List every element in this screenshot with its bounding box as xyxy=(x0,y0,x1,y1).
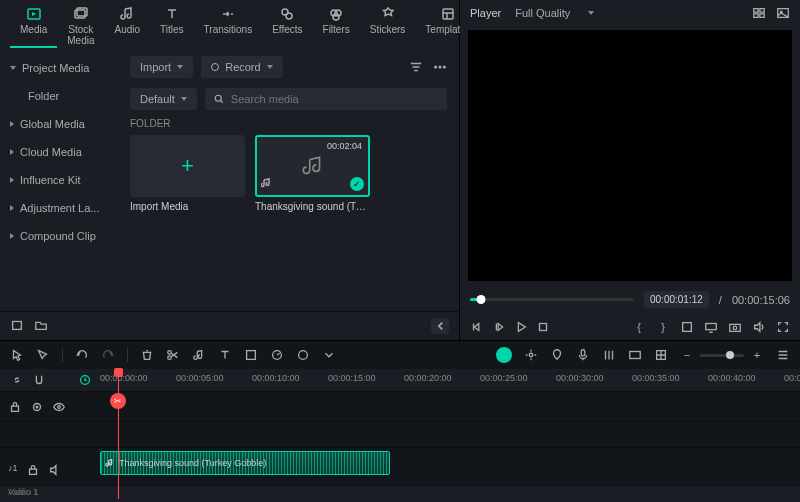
color-icon[interactable] xyxy=(296,348,310,362)
fullscreen-icon[interactable] xyxy=(776,320,790,334)
mute-icon[interactable] xyxy=(48,463,62,477)
magnet-icon[interactable] xyxy=(32,373,46,387)
lock-icon[interactable] xyxy=(8,400,22,414)
auto-ripple-icon[interactable] xyxy=(78,373,92,387)
prev-frame-icon[interactable] xyxy=(470,320,484,334)
svg-point-24 xyxy=(733,326,737,330)
crop-tool-icon[interactable] xyxy=(244,348,258,362)
sidebar: Project Media Folder Global Media Cloud … xyxy=(0,48,118,311)
more-icon[interactable] xyxy=(433,60,447,74)
total-time: 00:00:15:06 xyxy=(732,294,790,306)
pointer-icon[interactable] xyxy=(10,348,24,362)
more-tools-icon[interactable] xyxy=(322,348,336,362)
media-clip-tile[interactable]: 00:02:04 ✓ Thanksgiving sound (Turkey... xyxy=(255,135,370,212)
default-dropdown[interactable]: Default xyxy=(130,88,197,110)
mark-in-icon[interactable]: { xyxy=(632,320,646,334)
filter-icon[interactable] xyxy=(409,60,423,74)
speed-icon[interactable] xyxy=(270,348,284,362)
text-icon[interactable] xyxy=(218,348,232,362)
tab-media[interactable]: Media xyxy=(10,4,57,48)
svg-rect-20 xyxy=(540,324,547,331)
ruler-tick: 00:00:35:00 xyxy=(632,373,680,383)
zoom-slider[interactable] xyxy=(700,354,744,357)
svg-rect-23 xyxy=(730,324,741,331)
playhead[interactable] xyxy=(118,369,119,499)
mic-icon[interactable] xyxy=(576,348,590,362)
tab-effects[interactable]: Effects xyxy=(262,4,312,48)
audio-detach-icon[interactable] xyxy=(192,348,206,362)
quality-dropdown[interactable]: Full Quality xyxy=(515,7,594,19)
tab-filters[interactable]: Filters xyxy=(313,4,360,48)
settings-icon[interactable] xyxy=(524,348,538,362)
stop-icon[interactable] xyxy=(536,320,550,334)
ruler-tick: 00:00:20:00 xyxy=(404,373,452,383)
sidebar-item-folder[interactable]: Folder xyxy=(0,82,118,110)
eye-icon[interactable] xyxy=(52,400,66,414)
play-icon[interactable] xyxy=(514,320,528,334)
snapshot-icon[interactable] xyxy=(728,320,742,334)
crop-icon[interactable] xyxy=(680,320,694,334)
delete-icon[interactable] xyxy=(140,348,154,362)
display-icon[interactable] xyxy=(704,320,718,334)
preview-viewport[interactable] xyxy=(468,30,792,281)
chevron-right-icon xyxy=(10,177,14,183)
svg-rect-22 xyxy=(706,324,717,330)
volume-icon[interactable] xyxy=(752,320,766,334)
grid-view-icon[interactable] xyxy=(752,6,766,20)
audio-track-1[interactable]: ♪1 Audio 1 Thanksgiving sound (Turkey Go… xyxy=(0,447,800,487)
svg-point-29 xyxy=(299,351,308,360)
record-button[interactable]: Record xyxy=(201,56,282,78)
scrub-bar[interactable] xyxy=(470,298,634,301)
list-view-icon[interactable] xyxy=(776,348,790,362)
zoom-out-icon[interactable]: − xyxy=(680,348,694,362)
scrub-handle[interactable] xyxy=(477,295,486,304)
sidebar-item-label: Global Media xyxy=(20,118,85,130)
redo-icon[interactable] xyxy=(101,348,115,362)
step-back-icon[interactable] xyxy=(492,320,506,334)
svg-point-36 xyxy=(34,403,41,410)
sidebar-item-compound-clip[interactable]: Compound Clip xyxy=(0,222,118,250)
sidebar-item-label: Cloud Media xyxy=(20,146,82,158)
svg-rect-35 xyxy=(12,406,19,411)
select-icon[interactable] xyxy=(36,348,50,362)
collapse-icon[interactable] xyxy=(431,318,449,334)
svg-rect-21 xyxy=(683,323,692,332)
undo-icon[interactable] xyxy=(75,348,89,362)
video-track-1[interactable]: Video 1 xyxy=(0,421,800,447)
sidebar-item-project-media[interactable]: Project Media xyxy=(0,54,118,82)
ai-icon[interactable] xyxy=(496,347,512,363)
sidebar-item-global-media[interactable]: Global Media xyxy=(0,110,118,138)
search-input[interactable] xyxy=(205,88,447,110)
tab-audio[interactable]: Audio xyxy=(104,4,150,48)
sidebar-item-label: Compound Clip xyxy=(20,230,96,242)
audio-clip[interactable]: Thanksgiving sound (Turkey Gobble) xyxy=(100,451,390,475)
image-icon[interactable] xyxy=(776,6,790,20)
cut-marker[interactable]: ✂ xyxy=(110,393,126,409)
grid-icon[interactable] xyxy=(654,348,668,362)
mark-out-icon[interactable]: } xyxy=(656,320,670,334)
tab-transitions[interactable]: Transitions xyxy=(194,4,263,48)
sidebar-item-influence-kit[interactable]: Influence Kit xyxy=(0,166,118,194)
target-icon[interactable] xyxy=(30,400,44,414)
zoom-in-icon[interactable]: + xyxy=(750,348,764,362)
top-tabs: Media Stock Media Audio Titles Transitio… xyxy=(0,0,459,48)
import-media-tile[interactable]: + Import Media xyxy=(130,135,245,212)
sidebar-item-cloud-media[interactable]: Cloud Media xyxy=(0,138,118,166)
svg-rect-15 xyxy=(760,9,764,13)
split-icon[interactable] xyxy=(166,348,180,362)
sidebar-item-adjustment-layer[interactable]: Adjustment La... xyxy=(0,194,118,222)
bin-icon[interactable] xyxy=(10,318,24,332)
new-folder-icon[interactable] xyxy=(34,318,48,332)
import-button[interactable]: Import xyxy=(130,56,193,78)
mixer-icon[interactable] xyxy=(602,348,616,362)
render-icon[interactable] xyxy=(628,348,642,362)
link-icon[interactable] xyxy=(10,373,24,387)
tab-stock-media[interactable]: Stock Media xyxy=(57,4,104,48)
tab-stickers[interactable]: Stickers xyxy=(360,4,416,48)
music-icon xyxy=(300,153,326,179)
tab-titles[interactable]: Titles xyxy=(150,4,194,48)
lock-icon[interactable] xyxy=(26,463,40,477)
music-icon xyxy=(105,458,115,468)
marker-icon[interactable] xyxy=(550,348,564,362)
svg-rect-27 xyxy=(247,351,256,360)
